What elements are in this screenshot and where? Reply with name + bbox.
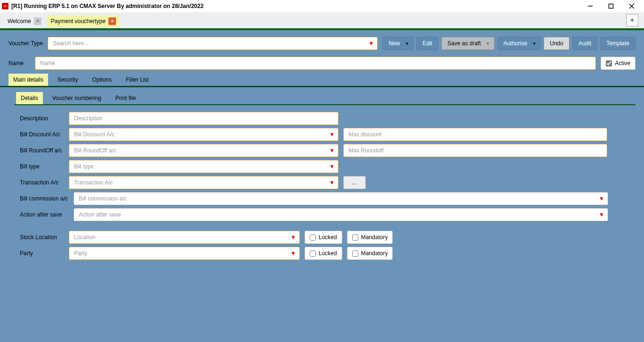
- max-discount-input[interactable]: [343, 128, 607, 141]
- action-after-save-select[interactable]: [74, 208, 608, 221]
- section-tabs: Main details Security Options Filter Lis…: [0, 74, 644, 87]
- bill-type-select[interactable]: [69, 160, 339, 173]
- edit-button[interactable]: Edit: [416, 37, 438, 50]
- description-input[interactable]: [69, 112, 339, 125]
- party-locked-checkbox[interactable]: [310, 250, 316, 257]
- tab-options[interactable]: Options: [87, 74, 116, 86]
- row-bill-discount: Bill Discount A/c ▼: [20, 128, 636, 141]
- button-label: Save as draft: [447, 40, 481, 47]
- transaction-ac-select[interactable]: [69, 176, 339, 189]
- row-transaction-ac: Transaction A/c ▼ ...: [20, 176, 636, 189]
- app-icon: ∞: [2, 3, 8, 9]
- bill-discount-select[interactable]: [69, 128, 339, 141]
- tab-label: Payment vouchertype: [51, 18, 106, 25]
- button-label: Authorise: [504, 40, 528, 47]
- name-label: Name: [8, 60, 30, 67]
- row-action-after-save: Action after save ▼: [20, 208, 636, 221]
- voucher-type-search[interactable]: [48, 37, 378, 50]
- bill-roundoff-label: Bill RoundOff a/c: [20, 147, 64, 154]
- voucher-type-label: Voucher Type: [8, 40, 43, 47]
- row-bill-roundoff: Bill RoundOff a/c ▼: [20, 144, 636, 157]
- party-locked-wrap[interactable]: Locked: [305, 247, 342, 260]
- active-checkbox[interactable]: [606, 60, 612, 67]
- maximize-button[interactable]: [601, 0, 621, 12]
- audit-button[interactable]: Audit: [572, 37, 597, 50]
- row-description: Description: [20, 112, 636, 125]
- stock-location-mandatory-wrap[interactable]: Mandatory: [347, 231, 393, 244]
- window-controls: [580, 0, 642, 12]
- bill-discount-label: Bill Discount A/c: [20, 131, 64, 138]
- button-label: Audit: [578, 40, 591, 47]
- bill-commission-select[interactable]: [74, 192, 608, 205]
- chevron-down-icon: ▼: [486, 41, 490, 46]
- transaction-ac-browse-button[interactable]: ...: [343, 176, 366, 189]
- toolbar-buttons: New ▼ Edit Save as draft ▼ Authorise ▼ U…: [382, 37, 636, 50]
- window-title: [R1] Running ERP 5.1 on CMAX Server By a…: [11, 3, 580, 9]
- description-label: Description: [20, 115, 64, 122]
- template-button[interactable]: Template: [600, 37, 636, 50]
- undo-button[interactable]: Undo: [544, 37, 570, 50]
- mandatory-label: Mandatory: [361, 234, 388, 241]
- svg-rect-1: [609, 4, 613, 8]
- stock-location-locked-checkbox[interactable]: [310, 234, 316, 241]
- main-panel: Voucher Type ▼ New ▼ Edit Save as draft …: [0, 30, 644, 342]
- toolbar-row: Voucher Type ▼ New ▼ Edit Save as draft …: [8, 37, 636, 50]
- chevron-down-icon: ▼: [532, 41, 537, 46]
- name-input[interactable]: [35, 57, 596, 70]
- name-row: Name Active: [8, 57, 636, 70]
- close-icon[interactable]: ✕: [108, 17, 116, 25]
- button-label: Undo: [550, 40, 563, 47]
- button-label: New: [388, 40, 400, 47]
- name-input-wrap: [35, 57, 596, 70]
- stock-location-select[interactable]: [69, 231, 300, 244]
- tab-filter-list[interactable]: Filter List: [121, 74, 154, 86]
- titlebar: ∞ [R1] Running ERP 5.1 on CMAX Server By…: [0, 0, 644, 12]
- party-mandatory-wrap[interactable]: Mandatory: [347, 247, 393, 260]
- bill-commission-label: Bill commission a/c: [20, 195, 69, 202]
- tab-welcome[interactable]: Welcome ✕: [4, 15, 45, 27]
- row-bill-commission: Bill commission a/c ▼: [20, 192, 636, 205]
- tab-payment-vouchertype[interactable]: Payment vouchertype ✕: [47, 15, 120, 27]
- subtab-print-file[interactable]: Print file: [111, 92, 140, 104]
- add-tab-button[interactable]: +: [626, 14, 638, 26]
- tab-label: Welcome: [8, 18, 31, 25]
- subtab-voucher-numbering[interactable]: Voucher numbering: [48, 92, 106, 104]
- bill-type-label: Bill type: [20, 163, 64, 170]
- save-draft-button[interactable]: Save as draft ▼: [441, 37, 495, 50]
- chevron-down-icon: ▼: [405, 41, 409, 46]
- authorise-button[interactable]: Authorise ▼: [497, 37, 541, 50]
- active-checkbox-wrap[interactable]: Active: [601, 57, 636, 70]
- stock-location-mandatory-checkbox[interactable]: [352, 234, 358, 241]
- bill-roundoff-select[interactable]: [69, 144, 339, 157]
- tab-main-details[interactable]: Main details: [8, 74, 48, 86]
- details-form: Description Bill Discount A/c ▼ Bill Rou…: [8, 112, 636, 260]
- action-after-save-label: Action after save: [20, 211, 69, 218]
- svg-line-3: [629, 4, 634, 8]
- max-roundoff-input[interactable]: [343, 144, 607, 157]
- document-tabstrip: Welcome ✕ Payment vouchertype ✕ +: [0, 12, 644, 28]
- button-label: Edit: [422, 40, 432, 47]
- active-label: Active: [615, 60, 630, 67]
- party-label: Party: [20, 250, 64, 257]
- new-button[interactable]: New ▼: [382, 37, 413, 50]
- party-select[interactable]: [69, 247, 300, 260]
- mandatory-label: Mandatory: [361, 250, 388, 257]
- subtab-details[interactable]: Details: [16, 92, 43, 104]
- row-stock-location: Stock Location ▼ Locked Mandatory: [20, 231, 636, 244]
- button-label: Template: [606, 40, 629, 47]
- voucher-type-search-wrap: ▼: [48, 37, 378, 50]
- stock-location-locked-wrap[interactable]: Locked: [305, 231, 342, 244]
- plus-icon: +: [630, 16, 634, 25]
- locked-label: Locked: [319, 234, 337, 241]
- locked-label: Locked: [319, 250, 337, 257]
- party-mandatory-checkbox[interactable]: [352, 250, 358, 257]
- minimize-button[interactable]: [580, 0, 601, 12]
- close-button[interactable]: [621, 0, 642, 12]
- stock-location-label: Stock Location: [20, 234, 64, 241]
- tab-security[interactable]: Security: [53, 74, 83, 86]
- transaction-ac-label: Transaction A/c: [20, 179, 64, 186]
- row-bill-type: Bill type ▼: [20, 160, 636, 173]
- svg-line-2: [629, 4, 634, 8]
- detail-subtabs: Details Voucher numbering Print file: [14, 92, 636, 105]
- close-icon[interactable]: ✕: [34, 17, 41, 25]
